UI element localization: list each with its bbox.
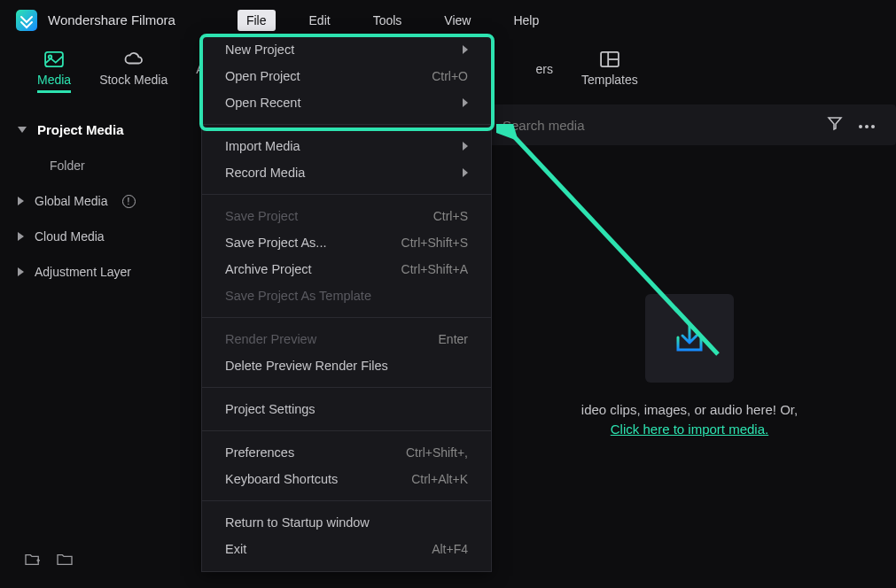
tab-templates-label: Templates xyxy=(581,73,638,93)
svg-point-8 xyxy=(859,125,862,128)
menu-open-recent[interactable]: Open Recent xyxy=(202,89,491,116)
chevron-right-icon xyxy=(18,267,24,276)
menu-project-settings[interactable]: Project Settings xyxy=(202,396,491,422)
filter-icon[interactable] xyxy=(827,115,843,135)
chevron-right-icon xyxy=(463,142,468,151)
menu-save-as-template: Save Project As Template xyxy=(202,282,491,309)
sidebar-global-media[interactable]: Global Media ! xyxy=(0,183,199,219)
app-logo xyxy=(16,10,37,31)
cloud-icon xyxy=(124,51,144,67)
menu-separator xyxy=(202,124,491,125)
menu-archive-project[interactable]: Archive Project Ctrl+Shift+A xyxy=(202,256,491,282)
menu-save-project-as[interactable]: Save Project As... Ctrl+Shift+S xyxy=(202,229,491,256)
menu-return-startup[interactable]: Return to Startup window xyxy=(202,509,491,536)
menu-preferences[interactable]: Preferences Ctrl+Shift+, xyxy=(202,439,491,466)
menu-bar: File Edit Tools View Help xyxy=(238,10,548,31)
folder-icon[interactable] xyxy=(57,553,73,567)
search-bar xyxy=(483,104,896,145)
sidebar-item-label: Cloud Media xyxy=(35,229,105,244)
chevron-right-icon xyxy=(18,232,24,241)
chevron-right-icon xyxy=(18,197,24,205)
new-folder-icon[interactable] xyxy=(25,553,41,567)
sidebar-adjustment-layer[interactable]: Adjustment Layer xyxy=(0,254,199,290)
sidebar-item-label: Project Media xyxy=(37,122,124,137)
search-input[interactable] xyxy=(503,118,813,133)
media-icon xyxy=(44,51,64,67)
sidebar-folder[interactable]: Folder xyxy=(0,148,199,183)
tab-filters-label: ers xyxy=(536,62,553,82)
menubar-file[interactable]: File xyxy=(238,10,276,31)
import-icon-box xyxy=(645,294,734,383)
info-icon: ! xyxy=(122,195,136,208)
import-link[interactable]: Click here to import media. xyxy=(611,422,768,437)
sidebar-item-label: Folder xyxy=(50,159,85,173)
menubar-tools[interactable]: Tools xyxy=(364,10,411,31)
tab-stock-label: Stock Media xyxy=(99,73,168,93)
tab-media[interactable]: Media xyxy=(37,51,71,93)
menu-separator xyxy=(202,387,491,388)
sidebar-item-label: Global Media xyxy=(35,194,108,208)
menu-separator xyxy=(202,430,491,431)
menu-separator xyxy=(202,500,491,501)
menu-exit[interactable]: Exit Alt+F4 xyxy=(202,536,491,562)
chevron-right-icon xyxy=(463,45,468,54)
tab-filters-partial[interactable]: ers xyxy=(536,62,553,82)
drop-text: ideo clips, images, or audio here! Or, C… xyxy=(581,400,798,440)
svg-point-9 xyxy=(865,125,869,128)
menu-separator xyxy=(202,194,491,195)
menu-open-project[interactable]: Open Project Ctrl+O xyxy=(202,63,491,89)
menu-import-media[interactable]: Import Media xyxy=(202,133,491,159)
tab-media-label: Media xyxy=(37,73,71,93)
menu-keyboard-shortcuts[interactable]: Keyboard Shortcuts Ctrl+Alt+K xyxy=(202,466,491,492)
sidebar-project-media[interactable]: Project Media xyxy=(0,112,199,148)
chevron-right-icon xyxy=(463,168,468,177)
menu-render-preview: Render Preview Enter xyxy=(202,326,491,352)
menu-delete-render-files[interactable]: Delete Preview Render Files xyxy=(202,352,491,379)
sidebar-item-label: Adjustment Layer xyxy=(35,265,131,279)
drop-line1: ideo clips, images, or audio here! Or, xyxy=(581,402,798,417)
templates-icon xyxy=(600,51,619,67)
menubar-edit[interactable]: Edit xyxy=(300,10,339,31)
app-title: Wondershare Filmora xyxy=(48,12,175,27)
menu-new-project[interactable]: New Project xyxy=(202,36,491,63)
tab-templates[interactable]: Templates xyxy=(581,51,638,93)
file-menu-dropdown: New Project Open Project Ctrl+O Open Rec… xyxy=(201,35,492,572)
chevron-down-icon xyxy=(18,127,27,133)
menu-save-project: Save Project Ctrl+S xyxy=(202,203,491,229)
tab-stock-media[interactable]: Stock Media xyxy=(99,51,168,93)
chevron-right-icon xyxy=(463,98,468,107)
menubar-view[interactable]: View xyxy=(435,10,479,31)
title-bar: Wondershare Filmora File Edit Tools View… xyxy=(0,0,896,40)
sidebar-cloud-media[interactable]: Cloud Media xyxy=(0,219,199,254)
svg-point-10 xyxy=(871,125,875,128)
menu-separator xyxy=(202,317,491,318)
more-icon[interactable] xyxy=(857,117,877,133)
sidebar: Project Media Folder Global Media ! Clou… xyxy=(0,104,199,588)
menubar-help[interactable]: Help xyxy=(504,10,548,31)
menu-record-media[interactable]: Record Media xyxy=(202,159,491,186)
